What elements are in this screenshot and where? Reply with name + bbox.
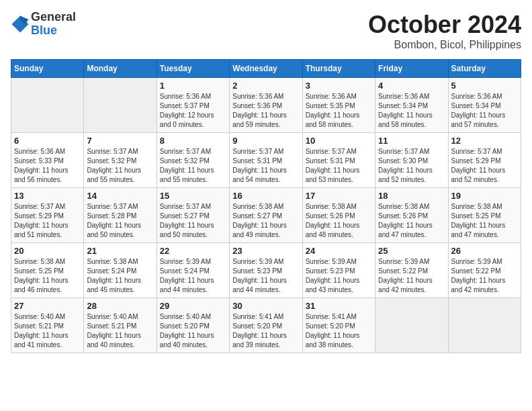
header-cell-sunday: Sunday — [11, 60, 84, 78]
day-info: Sunrise: 5:39 AM Sunset: 5:23 PM Dayligh… — [232, 257, 299, 295]
day-cell: 16Sunrise: 5:38 AM Sunset: 5:27 PM Dayli… — [230, 188, 302, 243]
day-info: Sunrise: 5:36 AM Sunset: 5:35 PM Dayligh… — [306, 92, 372, 130]
day-number: 16 — [232, 191, 299, 201]
day-number: 18 — [378, 191, 445, 201]
day-number: 29 — [160, 301, 226, 311]
day-cell — [375, 298, 448, 353]
day-number: 12 — [451, 136, 518, 146]
day-cell: 9Sunrise: 5:37 AM Sunset: 5:31 PM Daylig… — [230, 133, 302, 188]
day-info: Sunrise: 5:40 AM Sunset: 5:21 PM Dayligh… — [14, 312, 81, 350]
day-cell: 20Sunrise: 5:38 AM Sunset: 5:25 PM Dayli… — [11, 243, 84, 298]
day-number: 15 — [160, 191, 226, 201]
logo: General Blue — [11, 11, 76, 38]
day-info: Sunrise: 5:39 AM Sunset: 5:22 PM Dayligh… — [451, 257, 518, 295]
week-row-4: 20Sunrise: 5:38 AM Sunset: 5:25 PM Dayli… — [11, 243, 521, 298]
day-info: Sunrise: 5:38 AM Sunset: 5:27 PM Dayligh… — [232, 202, 299, 240]
day-number: 28 — [87, 301, 153, 311]
day-number: 24 — [306, 246, 372, 256]
day-number: 6 — [14, 136, 81, 146]
day-number: 21 — [87, 246, 153, 256]
day-number: 8 — [160, 136, 226, 146]
day-info: Sunrise: 5:37 AM Sunset: 5:31 PM Dayligh… — [232, 147, 299, 185]
day-cell: 11Sunrise: 5:37 AM Sunset: 5:30 PM Dayli… — [375, 133, 448, 188]
day-info: Sunrise: 5:38 AM Sunset: 5:24 PM Dayligh… — [87, 257, 153, 295]
day-info: Sunrise: 5:37 AM Sunset: 5:29 PM Dayligh… — [14, 202, 81, 240]
day-info: Sunrise: 5:36 AM Sunset: 5:36 PM Dayligh… — [232, 92, 299, 130]
day-cell: 10Sunrise: 5:37 AM Sunset: 5:31 PM Dayli… — [302, 133, 375, 188]
day-cell — [84, 78, 157, 133]
day-info: Sunrise: 5:38 AM Sunset: 5:26 PM Dayligh… — [378, 202, 445, 240]
day-cell: 22Sunrise: 5:39 AM Sunset: 5:24 PM Dayli… — [157, 243, 229, 298]
day-cell: 2Sunrise: 5:36 AM Sunset: 5:36 PM Daylig… — [230, 78, 302, 133]
page-subtitle: Bombon, Bicol, Philippines — [368, 39, 521, 51]
day-cell: 5Sunrise: 5:36 AM Sunset: 5:34 PM Daylig… — [448, 78, 521, 133]
day-number: 17 — [306, 191, 372, 201]
day-info: Sunrise: 5:37 AM Sunset: 5:31 PM Dayligh… — [306, 147, 372, 185]
header-cell-friday: Friday — [375, 60, 448, 78]
day-cell: 1Sunrise: 5:36 AM Sunset: 5:37 PM Daylig… — [157, 78, 229, 133]
day-number: 14 — [87, 191, 153, 201]
day-number: 2 — [232, 81, 299, 91]
day-cell: 28Sunrise: 5:40 AM Sunset: 5:21 PM Dayli… — [84, 298, 157, 353]
day-number: 11 — [378, 136, 445, 146]
header-row: SundayMondayTuesdayWednesdayThursdayFrid… — [11, 60, 521, 78]
day-number: 31 — [306, 301, 372, 311]
header-cell-tuesday: Tuesday — [157, 60, 229, 78]
day-info: Sunrise: 5:41 AM Sunset: 5:20 PM Dayligh… — [232, 312, 299, 350]
day-info: Sunrise: 5:37 AM Sunset: 5:32 PM Dayligh… — [160, 147, 226, 185]
day-cell: 24Sunrise: 5:39 AM Sunset: 5:23 PM Dayli… — [302, 243, 375, 298]
day-cell: 12Sunrise: 5:37 AM Sunset: 5:29 PM Dayli… — [448, 133, 521, 188]
day-cell: 17Sunrise: 5:38 AM Sunset: 5:26 PM Dayli… — [302, 188, 375, 243]
day-info: Sunrise: 5:38 AM Sunset: 5:25 PM Dayligh… — [451, 202, 518, 240]
header-cell-saturday: Saturday — [448, 60, 521, 78]
week-row-3: 13Sunrise: 5:37 AM Sunset: 5:29 PM Dayli… — [11, 188, 521, 243]
day-info: Sunrise: 5:37 AM Sunset: 5:27 PM Dayligh… — [160, 202, 226, 240]
day-cell: 31Sunrise: 5:41 AM Sunset: 5:20 PM Dayli… — [302, 298, 375, 353]
day-number: 27 — [14, 301, 81, 311]
day-number: 1 — [160, 81, 226, 91]
day-info: Sunrise: 5:36 AM Sunset: 5:37 PM Dayligh… — [160, 92, 226, 130]
day-number: 3 — [306, 81, 372, 91]
day-cell: 30Sunrise: 5:41 AM Sunset: 5:20 PM Dayli… — [230, 298, 302, 353]
page-header: General Blue October 2024 Bombon, Bicol,… — [11, 11, 521, 51]
day-number: 10 — [306, 136, 372, 146]
day-info: Sunrise: 5:37 AM Sunset: 5:28 PM Dayligh… — [87, 202, 153, 240]
day-cell: 7Sunrise: 5:37 AM Sunset: 5:32 PM Daylig… — [84, 133, 157, 188]
day-number: 19 — [451, 191, 518, 201]
day-info: Sunrise: 5:38 AM Sunset: 5:25 PM Dayligh… — [14, 257, 81, 295]
day-cell: 6Sunrise: 5:36 AM Sunset: 5:33 PM Daylig… — [11, 133, 84, 188]
week-row-5: 27Sunrise: 5:40 AM Sunset: 5:21 PM Dayli… — [11, 298, 521, 353]
day-cell: 15Sunrise: 5:37 AM Sunset: 5:27 PM Dayli… — [157, 188, 229, 243]
day-cell: 25Sunrise: 5:39 AM Sunset: 5:22 PM Dayli… — [375, 243, 448, 298]
day-cell: 4Sunrise: 5:36 AM Sunset: 5:34 PM Daylig… — [375, 78, 448, 133]
day-cell — [11, 78, 84, 133]
day-info: Sunrise: 5:37 AM Sunset: 5:30 PM Dayligh… — [378, 147, 445, 185]
title-block: October 2024 Bombon, Bicol, Philippines — [368, 11, 521, 51]
day-number: 22 — [160, 246, 226, 256]
logo-blue-text: Blue — [31, 24, 57, 37]
day-cell: 18Sunrise: 5:38 AM Sunset: 5:26 PM Dayli… — [375, 188, 448, 243]
day-info: Sunrise: 5:40 AM Sunset: 5:20 PM Dayligh… — [160, 312, 226, 350]
day-info: Sunrise: 5:39 AM Sunset: 5:24 PM Dayligh… — [160, 257, 226, 295]
day-number: 13 — [14, 191, 81, 201]
page-title: October 2024 — [368, 11, 521, 39]
day-info: Sunrise: 5:38 AM Sunset: 5:26 PM Dayligh… — [306, 202, 372, 240]
day-number: 30 — [232, 301, 299, 311]
day-cell — [448, 298, 521, 353]
day-number: 4 — [378, 81, 445, 91]
day-number: 23 — [232, 246, 299, 256]
day-info: Sunrise: 5:37 AM Sunset: 5:29 PM Dayligh… — [451, 147, 518, 185]
day-number: 7 — [87, 136, 153, 146]
day-info: Sunrise: 5:39 AM Sunset: 5:23 PM Dayligh… — [306, 257, 372, 295]
day-info: Sunrise: 5:39 AM Sunset: 5:22 PM Dayligh… — [378, 257, 445, 295]
day-cell: 23Sunrise: 5:39 AM Sunset: 5:23 PM Dayli… — [230, 243, 302, 298]
day-number: 26 — [451, 246, 518, 256]
header-cell-monday: Monday — [84, 60, 157, 78]
day-cell: 21Sunrise: 5:38 AM Sunset: 5:24 PM Dayli… — [84, 243, 157, 298]
day-cell: 8Sunrise: 5:37 AM Sunset: 5:32 PM Daylig… — [157, 133, 229, 188]
day-cell: 29Sunrise: 5:40 AM Sunset: 5:20 PM Dayli… — [157, 298, 229, 353]
day-info: Sunrise: 5:40 AM Sunset: 5:21 PM Dayligh… — [87, 312, 153, 350]
calendar-table: SundayMondayTuesdayWednesdayThursdayFrid… — [11, 59, 521, 353]
day-cell: 26Sunrise: 5:39 AM Sunset: 5:22 PM Dayli… — [448, 243, 521, 298]
day-number: 9 — [232, 136, 299, 146]
